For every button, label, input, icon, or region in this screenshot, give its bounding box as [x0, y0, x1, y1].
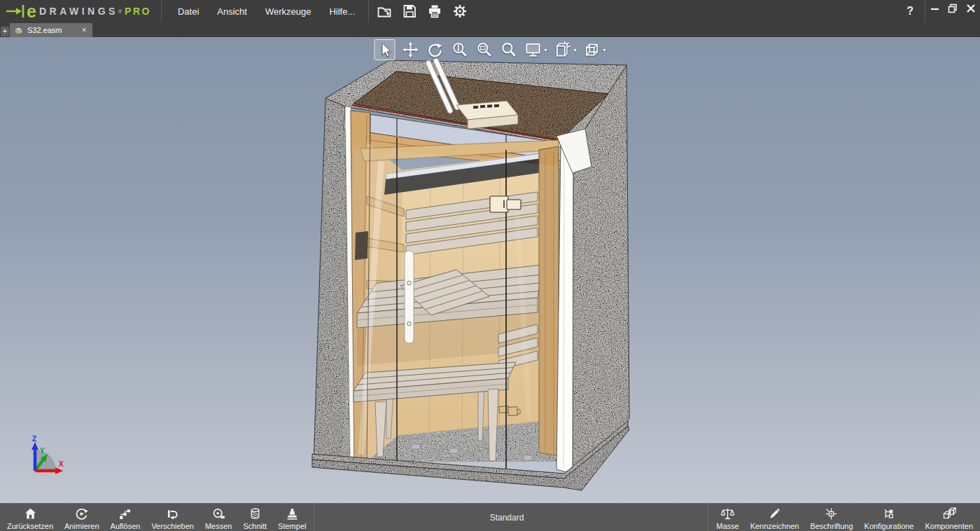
menu-datei[interactable]: Datei: [169, 0, 208, 22]
mass-properties-button[interactable]: Masse: [710, 504, 744, 531]
document-tab-bar: + S32.easm ✕: [0, 22, 980, 37]
quick-toolbar: [368, 0, 468, 22]
rotate-tool[interactable]: [426, 41, 444, 59]
open-file-icon[interactable]: [376, 3, 393, 20]
command-bar: Zurücksetzen Animieren Auflösen: [0, 503, 980, 531]
3d-viewport[interactable]: ▾ ▾: [0, 37, 980, 503]
command-bar-separator: [708, 504, 708, 531]
view-orientation-tool[interactable]: ▾: [583, 41, 606, 59]
components-icon: [941, 506, 956, 521]
configuration-icon: [882, 506, 897, 521]
menu-werkzeuge[interactable]: Werkzeuge: [256, 0, 321, 22]
explode-label: Auflösen: [111, 522, 141, 530]
glass-door-front[interactable]: [343, 113, 560, 481]
menu-ansicht[interactable]: Ansicht: [208, 0, 256, 22]
annotation-label: Beschriftung: [810, 522, 853, 530]
zoom-area-icon: [475, 41, 493, 59]
new-tab-button[interactable]: +: [1, 27, 9, 36]
tab-label: S32.easm: [27, 26, 62, 34]
menubar: Datei Ansicht Werkzeuge Hilfe...: [162, 0, 364, 22]
assembly-file-icon: [14, 26, 23, 35]
stamp-button[interactable]: Stempel: [272, 504, 312, 531]
stamp-icon: [285, 506, 300, 521]
explode-button[interactable]: Auflösen: [105, 504, 146, 531]
configuration-label: Konfiguratione: [864, 522, 914, 530]
edrawings-window: e DRAWINGS ® PRO Datei Ansicht Werkzeuge…: [0, 0, 980, 531]
print-icon[interactable]: [426, 3, 443, 20]
triad-z-label: Z: [32, 435, 36, 443]
zoom-fit-tool[interactable]: [499, 41, 517, 59]
move-button[interactable]: Verschieben: [146, 504, 200, 531]
view-toolbar: ▾ ▾: [374, 39, 606, 60]
render-mode-tool[interactable]: ▾: [553, 41, 576, 59]
configuration-name[interactable]: Standard: [490, 504, 524, 531]
sauna-3d-model[interactable]: [0, 37, 980, 503]
restore-button[interactable]: [944, 0, 962, 17]
pan-tool[interactable]: [401, 41, 419, 59]
close-button[interactable]: [962, 0, 980, 17]
logo-arrow-icon: [6, 4, 27, 19]
pencil-icon: [767, 506, 782, 521]
components-button[interactable]: Komponenten: [920, 504, 979, 531]
display-mode-dropdown-caret[interactable]: ▾: [544, 47, 547, 53]
measure-icon: [211, 506, 226, 521]
reset-button[interactable]: Zurücksetzen: [1, 504, 59, 531]
save-icon[interactable]: [401, 3, 418, 20]
move-label: Verschieben: [151, 522, 194, 530]
zoom-fit-icon: [499, 41, 517, 59]
command-bar-left: Zurücksetzen Animieren Auflösen: [1, 504, 316, 531]
annotation-icon: [824, 506, 839, 521]
orientation-dropdown-caret[interactable]: ▾: [603, 47, 606, 53]
command-bar-separator: [314, 504, 314, 531]
triad-x-label: X: [59, 460, 64, 468]
tab-close-icon[interactable]: ✕: [82, 27, 88, 34]
logo-pro: PRO: [125, 6, 151, 17]
render-mode-dropdown-caret[interactable]: ▾: [573, 47, 576, 53]
measure-button[interactable]: Messen: [200, 504, 238, 531]
command-bar-right: Masse Kennzeichnen: [706, 504, 979, 531]
move-icon: [165, 506, 180, 521]
tab-s32-easm[interactable]: S32.easm ✕: [10, 23, 92, 37]
stamp-label: Stempel: [278, 522, 306, 530]
edrawings-logo: e DRAWINGS ® PRO: [0, 0, 162, 22]
cursor-icon: [375, 41, 393, 59]
logo-e: e: [27, 2, 36, 20]
animate-icon: [74, 506, 89, 521]
reset-label: Zurücksetzen: [7, 522, 53, 530]
menu-hilfe[interactable]: Hilfe...: [320, 0, 364, 22]
animate-button[interactable]: Animieren: [59, 504, 105, 531]
annotation-button[interactable]: Beschriftung: [804, 504, 858, 531]
settings-gear-icon[interactable]: [451, 3, 468, 20]
animate-label: Animieren: [64, 522, 99, 530]
help-button[interactable]: ?: [895, 5, 925, 18]
rotate-icon: [426, 41, 444, 59]
home-icon: [23, 506, 38, 521]
coordinate-triad: Y Z X: [20, 435, 69, 484]
mass-label: Masse: [716, 522, 738, 530]
logo-name: DRAWINGS: [39, 6, 118, 17]
configuration-button[interactable]: Konfiguratione: [859, 504, 920, 531]
minimize-button[interactable]: [925, 0, 944, 17]
markup-button[interactable]: Kennzeichnen: [745, 504, 805, 531]
zoom-in-out-icon: [450, 41, 468, 59]
explode-icon: [118, 506, 132, 521]
section-button[interactable]: Schnitt: [237, 504, 272, 531]
components-label: Komponenten: [925, 522, 974, 530]
display-mode-icon: [524, 41, 542, 59]
select-tool[interactable]: [374, 39, 395, 60]
zoom-area-tool[interactable]: [475, 41, 493, 59]
pan-icon: [401, 41, 419, 59]
render-mode-icon: [553, 41, 571, 59]
zoom-in-out-tool[interactable]: [450, 41, 468, 59]
section-icon: [248, 506, 262, 521]
mass-icon: [720, 506, 735, 521]
title-menu-bar: e DRAWINGS ® PRO Datei Ansicht Werkzeuge…: [0, 0, 980, 22]
logo-registered-mark: ®: [118, 9, 122, 14]
section-label: Schnitt: [243, 522, 267, 530]
measure-label: Messen: [205, 522, 232, 530]
markup-label: Kennzeichnen: [750, 522, 799, 530]
triad-y-label: Y: [40, 447, 45, 455]
window-controls: ?: [895, 0, 980, 22]
display-mode-tool[interactable]: ▾: [524, 41, 547, 59]
orientation-cube-icon: [583, 41, 601, 59]
